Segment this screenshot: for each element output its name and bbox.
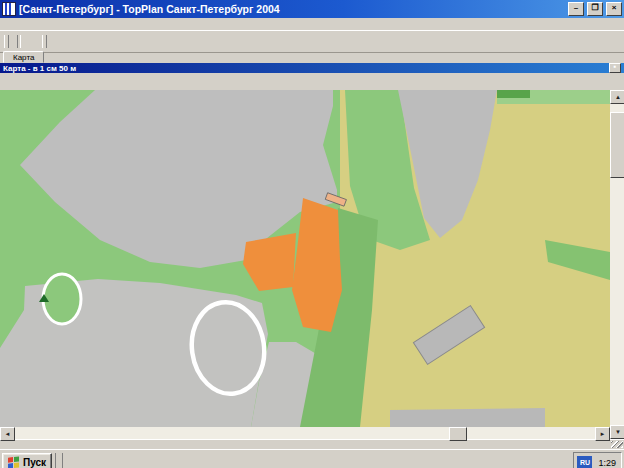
map-toolbar bbox=[0, 73, 624, 90]
scroll-down-button[interactable]: ▼ bbox=[610, 425, 624, 439]
resize-grip[interactable] bbox=[611, 441, 623, 448]
maximize-button[interactable]: ❐ bbox=[587, 2, 603, 16]
menu-bar bbox=[0, 18, 624, 31]
start-button[interactable]: Пуск bbox=[2, 453, 52, 468]
map-window-menu-button[interactable]: ▪ bbox=[609, 63, 621, 73]
scroll-left-button[interactable]: ◄ bbox=[0, 427, 15, 441]
toolbar-separator bbox=[17, 35, 21, 48]
main-toolbar bbox=[0, 31, 624, 53]
scroll-right-button[interactable]: ► bbox=[595, 427, 610, 441]
desktop: [Санкт-Петербург] - TopPlan Санкт-Петерб… bbox=[0, 0, 624, 468]
map-small-oval bbox=[43, 274, 81, 324]
app-title: [Санкт-Петербург] - TopPlan Санкт-Петерб… bbox=[19, 3, 565, 15]
document-tabs: Карта bbox=[0, 53, 624, 63]
windows-logo-icon bbox=[8, 456, 20, 468]
vertical-scroll-thumb[interactable] bbox=[610, 112, 624, 178]
toolbar-grip-2[interactable] bbox=[42, 35, 47, 48]
map-vertical-scrollbar[interactable]: ▲ ▼ bbox=[610, 90, 624, 439]
taskbar: Пуск RU 1:29 bbox=[0, 449, 624, 468]
map-window-title: Карта - в 1 см 50 м bbox=[3, 64, 76, 73]
language-indicator[interactable]: RU bbox=[577, 456, 592, 468]
tab-karta[interactable]: Карта bbox=[3, 51, 44, 63]
quick-launch-bar bbox=[55, 453, 63, 468]
map-horizontal-scrollbar[interactable]: ◄ ► bbox=[0, 427, 610, 439]
map-viewport: ▲ ▼ ◄ ► bbox=[0, 90, 624, 439]
map-canvas[interactable] bbox=[0, 90, 610, 427]
map-window-titlebar: Карта - в 1 см 50 м ▪ bbox=[0, 63, 624, 73]
minimize-button[interactable]: – bbox=[568, 2, 584, 16]
close-button[interactable]: × bbox=[606, 2, 622, 16]
app-icon bbox=[2, 2, 16, 16]
app-titlebar: [Санкт-Петербург] - TopPlan Санкт-Петерб… bbox=[0, 0, 624, 18]
taskbar-clock[interactable]: 1:29 bbox=[596, 458, 618, 468]
scroll-up-button[interactable]: ▲ bbox=[610, 90, 624, 104]
toolbar-grip[interactable] bbox=[4, 35, 9, 48]
status-strip bbox=[0, 439, 624, 449]
system-tray: RU 1:29 bbox=[573, 452, 622, 468]
horizontal-scroll-thumb[interactable] bbox=[449, 427, 467, 441]
